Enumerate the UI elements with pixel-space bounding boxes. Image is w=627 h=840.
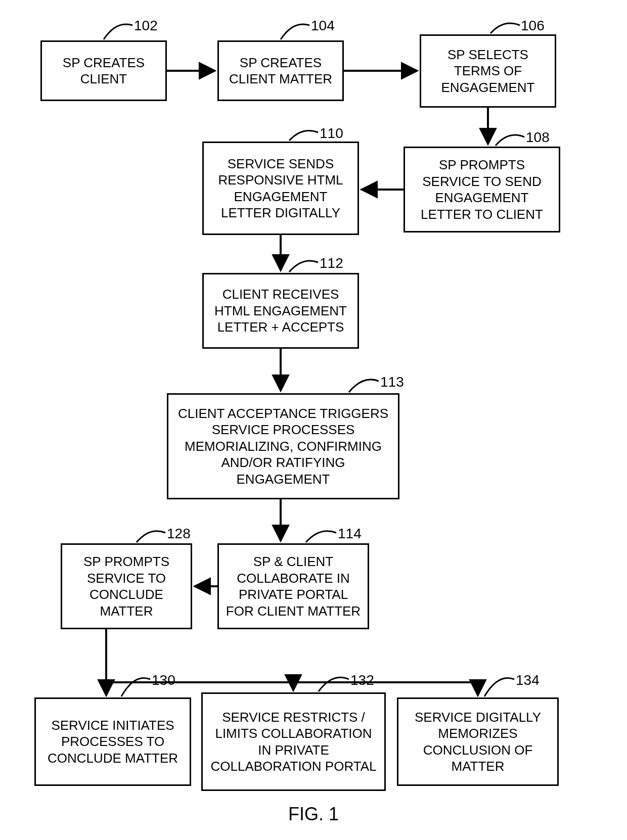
ref-label-104: 104 [311,18,335,34]
box-text: SERVICE DIGITALLY MEMORIZES CONCLUSION O… [404,709,552,775]
box-text: SERVICE SENDS RESPONSIVE HTML ENGAGEMENT… [209,156,352,221]
ref-label-130: 130 [152,672,175,688]
ref-label-114: 114 [338,526,362,542]
ref-label-128: 128 [167,526,191,542]
box-text: SP SELECTS TERMS OF ENGAGEMENT [426,46,550,96]
ref-label-112: 112 [320,255,343,271]
box-text: SP CREATES CLIENT [47,55,160,87]
ref-label-110: 110 [320,125,343,142]
box-text: SP PROMPTS SERVICE TO SEND ENGAGEMENT LE… [410,157,554,222]
box-text: CLIENT RECEIVES HTML ENGAGEMENT LETTER +… [209,286,352,336]
flow-box-110: SERVICE SENDS RESPONSIVE HTML ENGAGEMENT… [202,142,359,235]
ref-label-108: 108 [526,129,550,146]
flow-box-108: SP PROMPTS SERVICE TO SEND ENGAGEMENT LE… [404,147,560,232]
flow-box-113: CLIENT ACCEPTANCE TRIGGERS SERVICE PROCE… [167,393,399,499]
ref-label-106: 106 [521,18,545,34]
ref-label-132: 132 [350,672,374,688]
figure-caption: FIG. 1 [288,804,339,825]
box-text: SP PROMPTS SERVICE TO CONCLUDE MATTER [67,553,186,619]
flow-box-128: SP PROMPTS SERVICE TO CONCLUDE MATTER [61,543,192,629]
box-text: SP CREATES CLIENT MATTER [224,55,337,87]
flow-box-134: SERVICE DIGITALLY MEMORIZES CONCLUSION O… [397,697,559,786]
flow-box-112: CLIENT RECEIVES HTML ENGAGEMENT LETTER +… [202,273,359,349]
ref-label-113: 113 [380,374,404,390]
box-text: SERVICE RESTRICTS / LIMITS COLLABORATION… [208,709,379,775]
flow-box-132: SERVICE RESTRICTS / LIMITS COLLABORATION… [201,692,386,791]
box-text: SERVICE INITIATES PROCESSES TO CONCLUDE … [41,717,185,767]
flow-box-102: SP CREATES CLIENT [40,40,167,101]
flow-box-130: SERVICE INITIATES PROCESSES TO CONCLUDE … [34,697,191,786]
ref-label-134: 134 [516,672,540,688]
box-text: SP & CLIENT COLLABORATE IN PRIVATE PORTA… [224,553,363,619]
flow-box-114: SP & CLIENT COLLABORATE IN PRIVATE PORTA… [217,543,369,629]
flow-box-104: SP CREATES CLIENT MATTER [217,40,344,101]
flow-box-106: SP SELECTS TERMS OF ENGAGEMENT [420,34,556,108]
box-text: CLIENT ACCEPTANCE TRIGGERS SERVICE PROCE… [173,405,393,488]
ref-label-102: 102 [134,18,158,34]
